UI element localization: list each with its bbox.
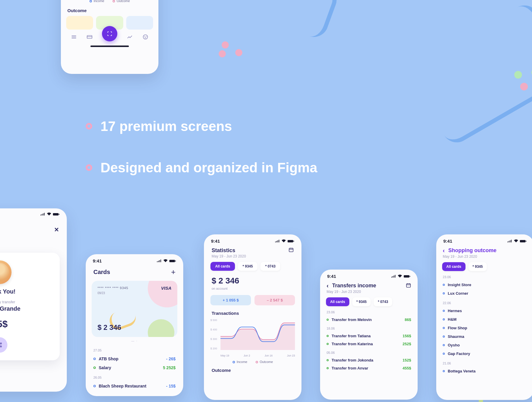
shopping-row[interactable]: Gap Factory: [443, 349, 527, 358]
status-icons: [391, 275, 411, 278]
status-bar: 9:41: [436, 234, 532, 246]
status-time: 9:41: [443, 239, 452, 244]
shopping-row[interactable]: Bottega Veneta: [443, 367, 527, 375]
transaction-label: Salary: [99, 365, 111, 370]
close-icon[interactable]: ✕: [54, 226, 59, 233]
headline-text: 17 premium screens: [100, 118, 232, 134]
transaction-row[interactable]: Blach Sheep Restaurant- 15$: [93, 382, 176, 390]
bullet-icon: [86, 164, 92, 171]
status-time: 9:41: [211, 239, 220, 244]
recipient-name: aria de Grande: [0, 305, 53, 312]
row-dot-icon: [93, 367, 96, 369]
shopping-row[interactable]: H&M: [443, 315, 527, 324]
status-bar: 9:41: [204, 234, 301, 246]
filter-pill[interactable]: All cards: [326, 297, 349, 306]
shop-label: Flow Shop: [448, 326, 467, 330]
transaction-amount: - 26$: [166, 356, 176, 361]
row-dot-icon: [93, 385, 96, 387]
row-dot-icon: [443, 318, 445, 320]
row-dot-icon: [443, 284, 445, 286]
add-card-icon[interactable]: +: [171, 268, 176, 277]
transfer-label: Transfer from Katerina: [332, 342, 373, 346]
outcome-box[interactable]: – 2 547 $: [254, 295, 295, 305]
phone-statistics: 9:41 Statistics May 19 - Jun 23 2020 All…: [204, 234, 301, 400]
calendar-icon[interactable]: [288, 247, 294, 254]
page-title: Cards: [93, 269, 110, 275]
share-button[interactable]: [0, 337, 7, 353]
row-dot-icon: [443, 335, 445, 338]
row-dot-icon: [443, 353, 445, 355]
date-group: 23.06: [443, 275, 527, 279]
bank-card[interactable]: **** **** **** 9345 09/23 VISA $ 2 346: [92, 281, 177, 337]
card-balance: $ 2 346: [98, 323, 121, 332]
date-group: 18.06: [327, 327, 411, 330]
scan-fab[interactable]: [102, 26, 117, 41]
amount-subtitle: on account: [204, 287, 301, 290]
transfers-list: 23.06Transfer from Melovin86$18.06Transf…: [320, 310, 418, 372]
transaction-label: Blach Sheep Restaurant: [99, 384, 146, 388]
bullet-icon: [86, 123, 92, 129]
svg-rect-25: [406, 283, 411, 287]
back-icon[interactable]: ‹: [327, 282, 329, 289]
shopping-row[interactable]: Lux Corner: [443, 289, 527, 298]
menu-icon[interactable]: [71, 34, 77, 41]
shopping-row[interactable]: Hermes: [443, 307, 527, 315]
shopping-row[interactable]: Oysho: [443, 341, 527, 349]
transfer-row[interactable]: Transfer from Jokonda152$: [327, 356, 411, 364]
phone-cards: 9:41 Cards + **** **** **** 9345 09/23 V…: [86, 254, 183, 396]
filter-pill[interactable]: All cards: [442, 262, 466, 271]
stats-icon[interactable]: [127, 34, 133, 41]
calendar-icon[interactable]: [406, 283, 411, 289]
shopping-row[interactable]: Insight Store: [443, 281, 527, 289]
success-card: Thank You! uccesfully transfer aria de G…: [0, 253, 60, 360]
date-group: 27.05: [93, 348, 176, 352]
back-icon[interactable]: ‹: [443, 247, 445, 254]
filter-pill[interactable]: * 9345: [468, 262, 487, 271]
transfer-row[interactable]: Transfer from Anvar455$: [327, 364, 411, 372]
transactions-list: 27.05ATB Shop- 26$Salary5 252$26.05Blach…: [86, 343, 183, 393]
date-group: 05.06: [327, 351, 411, 354]
transaction-label: ATB Shop: [99, 356, 119, 361]
page-title: Transfers income: [332, 283, 402, 289]
row-dot-icon: [327, 319, 329, 321]
avatar: [0, 260, 12, 284]
filter-pill[interactable]: * 0743: [260, 262, 280, 271]
card-icon[interactable]: [87, 34, 93, 41]
success-message: uccesfully transfer: [0, 300, 53, 304]
card-pan: **** **** **** 9345: [98, 286, 171, 290]
outcome-section-title: Outcome: [204, 364, 301, 373]
shopping-row[interactable]: Shaurma: [443, 332, 527, 341]
status-time: 9:41: [327, 274, 336, 279]
category-chip[interactable]: [66, 16, 93, 30]
filter-pill[interactable]: * 9345: [352, 297, 371, 306]
svg-rect-24: [410, 276, 410, 277]
filter-pill[interactable]: * 0743: [374, 297, 392, 306]
transfer-row[interactable]: Transfer from Katerina252$: [327, 340, 411, 348]
svg-rect-30: [526, 241, 526, 242]
date-group: 26.05: [93, 376, 176, 379]
headline-1: 17 premium screens: [86, 118, 232, 134]
transfer-amount: 455$: [403, 366, 411, 370]
bg-squiggle: [407, 0, 532, 148]
card-pager: — ·: [86, 339, 183, 343]
row-dot-icon: [327, 335, 329, 337]
svg-rect-17: [288, 240, 293, 242]
filter-pill[interactable]: * 9345: [238, 262, 258, 271]
date-range: May 19 - Jun 23 2020: [320, 290, 418, 294]
income-box[interactable]: + 1 055 $: [210, 295, 251, 305]
transaction-row[interactable]: ATB Shop- 26$: [93, 354, 176, 363]
headline-text: Designed and organized in Figma: [100, 160, 317, 176]
phone-dashboard-cropped: May 19Jun 2Jun 16Jun 23 Income Outcome O…: [61, 0, 158, 74]
transfer-row[interactable]: Transfer from Melovin86$: [327, 316, 411, 324]
svg-rect-18: [293, 241, 294, 242]
profile-icon[interactable]: [142, 34, 148, 41]
shopping-list: 23.06Insight StoreLux Corner22.06HermesH…: [436, 275, 532, 375]
card-filter-pills: All cards* 9345* 0743: [320, 297, 418, 306]
filter-pill[interactable]: All cards: [210, 262, 235, 271]
row-dot-icon: [443, 327, 445, 329]
transfer-row[interactable]: Transfer from Tatiana156$: [327, 332, 411, 340]
shopping-row[interactable]: Flow Shop: [443, 324, 527, 332]
transaction-row[interactable]: Salary5 252$: [93, 363, 176, 372]
card-filter-pills: All cards* 9345* 0743: [204, 262, 301, 271]
category-chip[interactable]: [126, 16, 153, 30]
